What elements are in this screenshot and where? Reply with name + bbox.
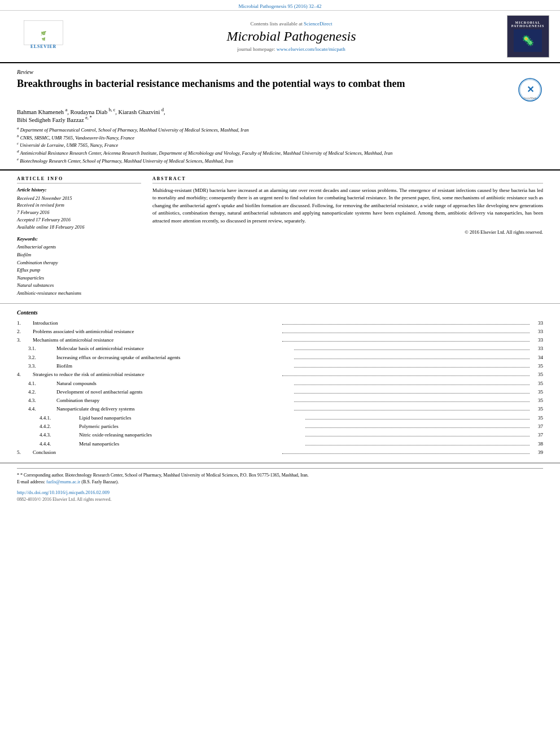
footer: * * Corresponding author. Biotechnology … xyxy=(0,463,560,506)
keyword-2: Biofilm xyxy=(17,251,141,259)
abstract-text: Multidrug-resistant (MDR) bacteria have … xyxy=(152,187,543,225)
doi-link[interactable]: http://dx.doi.org/10.1016/j.micpath.2016… xyxy=(17,490,110,495)
journal-header: 🌿 🌿 ELSEVIER Contents lists available at… xyxy=(0,11,560,63)
article-title: Breakthroughs in bacterial resistance me… xyxy=(17,77,405,90)
journal-logo-area: MICROBIAL PATHOGENESIS 🦠 xyxy=(502,15,553,58)
toc-item-3-1: 3.1. Molecular basis of antimicrobial re… xyxy=(17,344,543,353)
issn-line: 0882-4010/© 2016 Elsevier Ltd. All right… xyxy=(17,497,543,502)
copyright-text: © 2016 Elsevier Ltd. All rights reserved… xyxy=(152,229,543,235)
journal-homepage-line: journal homepage: www.elsevier.com/locat… xyxy=(80,46,502,52)
authors-line: Bahman Khameneh a, Roudayna Diab b, c, K… xyxy=(17,107,543,123)
svg-text:🌿: 🌿 xyxy=(42,37,46,41)
history-title: Article history: xyxy=(17,187,141,193)
affiliation-b: b CNRS, SRSMC, UMR 7565, Vandoeuvre-lès-… xyxy=(17,134,543,142)
toc-item-4-4-2: 4.4.2. Polymeric particles 37 xyxy=(17,422,543,431)
history-revised-date: 7 February 2016 xyxy=(17,209,141,216)
keywords-section: Keywords: Antibacterial agents Biofilm C… xyxy=(17,236,141,297)
contents-title: Contents xyxy=(17,309,543,316)
affiliation-a: a Department of Pharmaceutical Control, … xyxy=(17,126,543,134)
science-direct-link[interactable]: ScienceDirect xyxy=(304,21,332,27)
journal-title-area: Contents lists available at ScienceDirec… xyxy=(80,15,502,58)
citation-text: Microbial Pathogenesis 95 (2016) 32–42 xyxy=(239,3,322,9)
toc-item-3-2: 3.2. Increasing efflux or decreasing upt… xyxy=(17,353,543,362)
journal-name: Microbial Pathogenesis xyxy=(80,29,502,44)
keyword-4: Efflux pump xyxy=(17,267,141,274)
doi-line: http://dx.doi.org/10.1016/j.micpath.2016… xyxy=(17,489,543,495)
article-info-column: ARTICLE INFO Article history: Received 2… xyxy=(17,176,141,298)
svg-text:✕: ✕ xyxy=(527,85,534,94)
svg-text:🌿: 🌿 xyxy=(41,30,47,35)
science-direct-line: Contents lists available at ScienceDirec… xyxy=(80,21,502,27)
journal-logo-box: MICROBIAL PATHOGENESIS 🦠 xyxy=(507,15,549,58)
history-revised-label: Received in revised form xyxy=(17,202,141,209)
article-info-abstract: ARTICLE INFO Article history: Received 2… xyxy=(0,171,560,304)
history-accepted: Accepted 17 February 2016 xyxy=(17,216,141,224)
abstract-heading: ABSTRACT xyxy=(152,176,543,184)
history-online: Available online 18 February 2016 xyxy=(17,224,141,231)
toc-item-4-3: 4.3. Combination therapy 35 xyxy=(17,396,543,405)
keywords-title: Keywords: xyxy=(17,236,141,242)
svg-text:CrossMark: CrossMark xyxy=(524,97,537,99)
toc-item-4: 4. Strategies to reduce the risk of anti… xyxy=(17,370,543,379)
affiliation-c: c Université de Lorraine, UMR 7565, Nanc… xyxy=(17,141,543,149)
footer-divider xyxy=(17,468,543,469)
toc-item-4-4-1: 4.4.1. Lipid based nanoparticles 35 xyxy=(17,414,543,422)
keyword-1: Antibacterial agents xyxy=(17,243,141,251)
contents-section: Contents 1. Introduction 33 2. Problems … xyxy=(0,304,560,464)
toc-item-4-4-4: 4.4.4. Metal nanoparticles 38 xyxy=(17,440,543,448)
corresponding-author: * * Corresponding author. Biotechnology … xyxy=(17,472,543,479)
article-header: Review Breakthroughs in bacterial resist… xyxy=(0,63,560,171)
svg-text:ELSEVIER: ELSEVIER xyxy=(30,43,56,49)
section-label: Review xyxy=(17,69,543,75)
journal-homepage-link[interactable]: www.elsevier.com/locate/micpath xyxy=(277,46,345,52)
keyword-6: Natural substances xyxy=(17,282,141,290)
keyword-5: Nanoparticles xyxy=(17,274,141,282)
toc-item-4-4-3: 4.4.3. Nitric oxide-releasing nanopartic… xyxy=(17,431,543,439)
toc-item-4-4: 4.4. Nanoparticulate drug delivery syste… xyxy=(17,405,543,413)
toc-item-4-2: 4.2. Development of novel antibacterial … xyxy=(17,388,543,396)
journal-citation: Microbial Pathogenesis 95 (2016) 32–42 xyxy=(0,0,560,11)
elsevier-logo-area: 🌿 🌿 ELSEVIER xyxy=(7,15,80,58)
affiliation-d: d Antimicrobial Resistance Research Cent… xyxy=(17,149,543,157)
toc-item-5: 5. Conclusion 39 xyxy=(17,448,543,457)
crossmark-icon: ✕ CrossMark xyxy=(518,77,543,103)
page: Microbial Pathogenesis 95 (2016) 32–42 🌿… xyxy=(0,0,560,747)
email-line: E-mail address: fazlis@mums.ac.ir (B.S. … xyxy=(17,479,543,486)
keyword-3: Combination therapy xyxy=(17,259,141,267)
toc-item-4-1: 4.1. Natural compounds 35 xyxy=(17,379,543,388)
history-received: Received 21 November 2015 xyxy=(17,195,141,202)
affiliations: a Department of Pharmaceutical Control, … xyxy=(17,126,543,165)
elsevier-logo-icon: 🌿 🌿 ELSEVIER xyxy=(18,20,69,54)
abstract-column: ABSTRACT Multidrug-resistant (MDR) bacte… xyxy=(152,176,543,298)
affiliation-e: e Biotechnology Research Center, School … xyxy=(17,157,543,165)
toc-item-3: 3. Mechanisms of antimicrobial resistanc… xyxy=(17,336,543,344)
email-link[interactable]: fazlis@mums.ac.ir xyxy=(46,479,80,484)
toc-item-3-3: 3.3. Biofilm 35 xyxy=(17,362,543,370)
toc-item-1: 1. Introduction 33 xyxy=(17,319,543,327)
title-row: Breakthroughs in bacterial resistance me… xyxy=(17,77,543,103)
keyword-7: Antibiotic-resistance mechanisms xyxy=(17,290,141,298)
article-info-heading: ARTICLE INFO xyxy=(17,176,141,184)
toc-item-2: 2. Problems associated with antimicrobia… xyxy=(17,327,543,336)
